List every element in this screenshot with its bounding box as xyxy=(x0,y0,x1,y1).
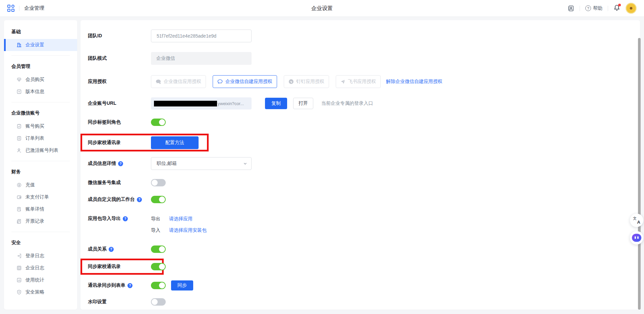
sidebar-item-label: 订单列表 xyxy=(25,135,44,141)
dingtalk-auth-button[interactable]: 钉钉应用授权 xyxy=(284,75,329,88)
header-right: ? 帮助 xyxy=(568,3,637,14)
chat-bubble-icon xyxy=(156,79,161,84)
translate-button[interactable]: 文A xyxy=(630,214,643,227)
sidebar-section-membership: 会员管理 xyxy=(4,60,77,74)
open-button[interactable]: 打开 xyxy=(293,98,313,109)
app-package-row: 应用包导入导出 ? 导出 请选择应用 导入 请选择应用安装包 xyxy=(88,216,640,234)
app-auth-label: 应用授权 xyxy=(88,79,151,85)
feishu-icon xyxy=(340,79,345,84)
sidebar-item-label: 已激活账号列表 xyxy=(25,147,58,153)
app-auth-row: 应用授权 企业微信应用授权 企业微信自建应用授权 xyxy=(88,75,640,88)
unlink-custom-app-link[interactable]: 解除企业微信自建应用授权 xyxy=(386,79,442,85)
assistant-bot-button[interactable] xyxy=(630,231,643,244)
team-id-input[interactable] xyxy=(151,30,252,42)
auth-button-label: 飞书应用授权 xyxy=(348,79,376,85)
wecom-custom-app-auth-button[interactable]: 企业微信自建应用授权 xyxy=(213,75,277,88)
sync-button[interactable]: 同步 xyxy=(171,280,193,290)
avatar[interactable] xyxy=(626,3,637,14)
help-button[interactable]: ? 帮助 xyxy=(585,5,602,11)
login-log-icon xyxy=(16,253,22,259)
dingtalk-icon xyxy=(288,79,294,84)
building-icon xyxy=(16,42,22,48)
sidebar-item-label: 登录日志 xyxy=(25,253,44,259)
member-relation-label-text: 成员关系 xyxy=(88,246,107,252)
page-title: 企业设置 xyxy=(311,5,333,12)
user-icon xyxy=(16,148,22,153)
annotation-box-sync-school-config: 同步家校通讯录 配置方法 xyxy=(80,134,209,151)
sidebar-item-security-policy[interactable]: 安全策略 xyxy=(4,286,77,298)
app-package-label-text: 应用包导入导出 xyxy=(88,216,121,222)
sidebar-item-invoice-records[interactable]: 开票记录 xyxy=(4,215,77,227)
yen-circle-icon xyxy=(16,182,22,188)
shield-icon xyxy=(16,289,22,295)
sidebar-item-activated-accounts[interactable]: 已激活账号列表 xyxy=(4,144,77,156)
sidebar-item-label: 企业日志 xyxy=(25,265,44,271)
contacts-icon[interactable] xyxy=(568,5,574,12)
auth-button-label: 企业微信应用授权 xyxy=(164,79,201,85)
sidebar-section-finance: 财务 xyxy=(4,166,77,179)
page-body: 基础 企业设置 会员管理 会员购买 xyxy=(0,17,644,310)
custom-workbench-toggle[interactable] xyxy=(151,196,166,203)
sidebar-item-bill-detail[interactable]: 账单详情 xyxy=(4,203,77,215)
chat-bubble-icon xyxy=(217,79,223,84)
export-line: 导出 请选择应用 xyxy=(151,216,207,222)
stats-icon xyxy=(16,277,22,283)
auth-button-label: 钉钉应用授权 xyxy=(296,79,324,85)
sidebar-item-company-logs[interactable]: 企业日志 xyxy=(4,262,77,274)
wechat-service-toggle[interactable] xyxy=(151,179,166,186)
auth-button-label: 企业微信自建应用授权 xyxy=(225,79,272,85)
translate-icon: 文A xyxy=(633,217,640,224)
sidebar-item-enterprise-settings[interactable]: 企业设置 xyxy=(4,39,77,51)
wechat-service-row: 微信服务号集成 xyxy=(88,179,640,186)
question-icon[interactable]: ? xyxy=(123,216,128,221)
member-info-select[interactable]: 职位,邮箱 xyxy=(151,157,252,170)
contacts-to-form-label-text: 通讯录同步到表单 xyxy=(88,282,125,288)
team-mode-value: 企业微信 xyxy=(151,52,252,65)
member-info-label: 成员信息详情 ? xyxy=(88,161,151,167)
sidebar-item-member-purchase[interactable]: 会员购买 xyxy=(4,74,77,86)
custom-workbench-label-text: 成员自定义我的工作台 xyxy=(88,196,135,203)
question-icon[interactable]: ? xyxy=(137,197,142,202)
custom-workbench-label: 成员自定义我的工作台 ? xyxy=(88,196,151,203)
sidebar-item-order-list[interactable]: 订单列表 xyxy=(4,132,77,144)
member-info-select-value: 职位,邮箱 xyxy=(157,161,177,167)
question-icon[interactable]: ? xyxy=(127,283,132,288)
member-relation-toggle[interactable] xyxy=(151,245,166,253)
question-icon[interactable]: ? xyxy=(109,247,114,252)
config-method-button[interactable]: 配置方法 xyxy=(151,136,199,149)
sync-tags-toggle[interactable] xyxy=(151,119,166,126)
team-mode-row: 团队模式 企业微信 xyxy=(88,52,640,65)
sidebar-item-unpaid-orders[interactable]: 未支付订单 xyxy=(4,191,77,203)
sidebar-item-version-info[interactable]: 版本信息 xyxy=(4,86,77,98)
company-log-icon xyxy=(16,265,22,271)
redacted-url-bar xyxy=(154,101,217,106)
select-install-package-link[interactable]: 请选择应用安装包 xyxy=(169,227,207,233)
notification-bell-icon[interactable] xyxy=(613,4,620,12)
contacts-to-form-toggle[interactable] xyxy=(151,282,166,289)
sidebar-item-recharge[interactable]: 充值 xyxy=(4,179,77,191)
sidebar: 基础 企业设置 会员管理 会员购买 xyxy=(4,20,77,310)
watermark-toggle[interactable] xyxy=(151,298,166,306)
select-app-link[interactable]: 请选择应用 xyxy=(169,216,193,222)
copy-button[interactable]: 复制 xyxy=(265,98,287,109)
sidebar-item-label: 账单详情 xyxy=(25,206,44,212)
question-icon[interactable]: ? xyxy=(118,161,123,166)
sidebar-section-basic: 基础 xyxy=(4,26,77,39)
sidebar-item-label: 安全策略 xyxy=(25,289,44,295)
url-tail-text: yweixin?cor... xyxy=(218,101,244,106)
sync-school-config-label: 同步家校通讯录 xyxy=(88,140,151,146)
wecom-app-auth-button[interactable]: 企业微信应用授权 xyxy=(151,75,206,88)
sync-school-toggle[interactable] xyxy=(151,263,166,270)
feishu-auth-button[interactable]: 飞书应用授权 xyxy=(336,75,381,88)
account-url-field[interactable]: yweixin?cor... xyxy=(151,97,252,109)
header-divider xyxy=(580,6,580,11)
sidebar-item-account-purchase[interactable]: 账号购买 xyxy=(4,120,77,132)
sidebar-section-wecom-account: 企业微信账号 xyxy=(4,107,77,120)
sidebar-item-usage-stats[interactable]: 使用统计 xyxy=(4,274,77,286)
sidebar-item-login-logs[interactable]: 登录日志 xyxy=(4,250,77,262)
sidebar-divider xyxy=(11,102,70,102)
apps-grid-icon[interactable] xyxy=(7,5,14,12)
vertical-scrollbar[interactable] xyxy=(638,38,641,310)
header-divider xyxy=(608,6,608,11)
invoice-icon xyxy=(16,219,22,224)
